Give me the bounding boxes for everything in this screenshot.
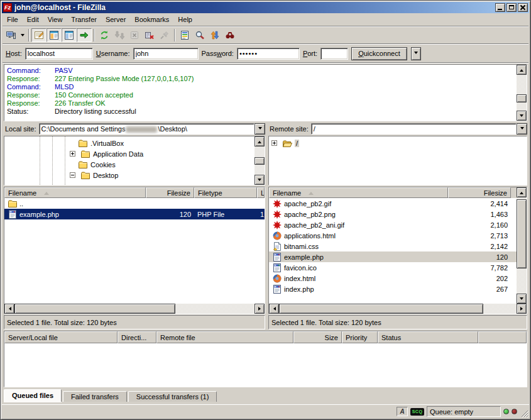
php-file-icon [272, 284, 282, 294]
column-header-filetype[interactable]: Filetype [194, 187, 257, 198]
local-path-dropdown-button[interactable] [255, 123, 265, 135]
menu-edit[interactable]: Edit [23, 14, 43, 25]
column-header-filesize[interactable]: Filesize [146, 187, 194, 198]
quickconnect-button[interactable]: Quickconnect [351, 47, 407, 60]
scroll-right-button[interactable] [517, 304, 527, 314]
filename: apache_pb2.gif [284, 200, 331, 207]
maximize-button[interactable] [506, 3, 517, 12]
scroll-up-button[interactable] [517, 187, 527, 197]
local-path-combo[interactable]: C:\Documents and Settings\Desktop\ [39, 123, 265, 135]
scroll-thumb[interactable] [517, 94, 527, 102]
menu-transfer[interactable]: Transfer [67, 14, 101, 25]
resize-grip[interactable] [520, 409, 528, 417]
quickconnect-dropdown-button[interactable] [411, 47, 421, 60]
file-row-example-php[interactable]: example.php120 [269, 251, 517, 262]
file-row-example-php[interactable]: example.php120PHP File1 [4, 209, 265, 219]
site-manager-dropdown-button[interactable] [18, 28, 26, 42]
scroll-thumb[interactable] [517, 199, 527, 268]
scroll-down-button[interactable] [517, 294, 527, 304]
minimize-button[interactable] [495, 3, 505, 12]
site-manager-button[interactable] [3, 28, 18, 42]
data-type-indicator-icon[interactable]: A [397, 407, 408, 416]
column-header-label: Filesize [484, 189, 507, 197]
tree-item-cookies[interactable]: Cookies [4, 159, 255, 170]
menu-help[interactable]: Help [173, 14, 197, 25]
column-header-l[interactable]: L [257, 187, 265, 198]
scroll-track[interactable] [517, 197, 527, 294]
menu-view[interactable]: View [43, 14, 67, 25]
file-row-apache-pb2-ani-gif[interactable]: apache_pb2_ani.gif2,160 [269, 219, 517, 230]
column-header-filename[interactable]: Filename [4, 187, 146, 198]
tab-failed-transfers[interactable]: Failed transfers [63, 391, 127, 402]
scroll-left-button[interactable] [269, 304, 279, 314]
disconnect-button[interactable] [142, 28, 157, 42]
local-tree-scrollbar[interactable] [255, 136, 265, 185]
tab-successful-transfers-1-[interactable]: Successful transfers (1) [128, 391, 217, 402]
toggle-message-log-button[interactable] [31, 28, 47, 42]
port-input[interactable] [320, 48, 348, 60]
collapse-minus-icon[interactable] [70, 172, 75, 178]
tab-queued-files[interactable]: Queued files [4, 389, 62, 402]
file-row-apache-pb2-gif[interactable]: apache_pb2.gif2,414 [269, 198, 517, 209]
scroll-thumb[interactable] [255, 157, 265, 165]
queue-column-priority[interactable]: Priority [342, 331, 378, 343]
file-row-apache-pb2-png[interactable]: apache_pb2.png1,463 [269, 209, 517, 219]
file-row-index-php[interactable]: index.php267 [269, 284, 517, 294]
speed-limits-icon[interactable]: SCQ [410, 408, 424, 416]
find-files-button[interactable] [222, 28, 238, 42]
toggle-local-tree-button[interactable] [47, 28, 62, 42]
queue-column-status[interactable]: Status [378, 331, 478, 343]
file-row-index-html[interactable]: index.html202 [269, 273, 517, 284]
remote-list-scrollbar[interactable] [517, 187, 527, 304]
expand-plus-icon[interactable] [70, 151, 75, 157]
scroll-right-button[interactable] [255, 304, 265, 314]
scroll-left-button[interactable] [4, 304, 14, 314]
recv-activity-led-icon [503, 409, 509, 414]
remote-path-dropdown-button[interactable] [517, 123, 527, 135]
scroll-track[interactable] [255, 146, 265, 175]
column-header-filename[interactable]: Filename [269, 187, 448, 198]
password-input[interactable] [237, 48, 300, 60]
tree-item--virtualbox[interactable]: .VirtualBox [4, 138, 255, 148]
scroll-down-button[interactable] [255, 175, 265, 185]
scroll-down-button[interactable] [517, 111, 527, 121]
remote-path-combo[interactable]: / [311, 123, 527, 135]
scroll-up-button[interactable] [517, 65, 527, 75]
filter-button[interactable] [177, 28, 192, 42]
scroll-track[interactable] [14, 304, 255, 314]
queue-column-size[interactable]: Size [293, 331, 342, 343]
tree-item--[interactable]: / [269, 138, 527, 148]
menu-file[interactable]: File [3, 14, 23, 25]
close-button[interactable] [518, 3, 528, 12]
tree-item-application-data[interactable]: Application Data [4, 148, 255, 159]
queue-column-remote-file[interactable]: Remote file [156, 331, 293, 343]
local-horizontal-scrollbar[interactable] [4, 304, 265, 314]
toggle-remote-tree-button[interactable] [62, 28, 77, 42]
file-row-bitnami-css[interactable]: bitnami.css2,142 [269, 241, 517, 251]
remote-horizontal-scrollbar[interactable] [269, 304, 527, 314]
scroll-track[interactable] [517, 75, 527, 111]
expand-plus-icon[interactable] [271, 140, 277, 146]
scroll-thumb[interactable] [14, 304, 175, 314]
host-input[interactable] [25, 48, 93, 60]
toggle-queue-button[interactable] [77, 28, 92, 42]
compare-directories-button[interactable] [192, 28, 207, 42]
menu-server[interactable]: Server [101, 14, 130, 25]
message-log-scrollbar[interactable] [517, 65, 527, 121]
local-file-list: FilenameFilesizeFiletypeL ..example.php1… [4, 187, 265, 314]
refresh-button[interactable] [97, 28, 112, 42]
synchronized-browsing-button[interactable] [207, 28, 222, 42]
separator [3, 62, 528, 64]
username-input[interactable] [133, 48, 199, 60]
column-header-filesize[interactable]: Filesize [448, 187, 511, 198]
menu-bookmarks[interactable]: Bookmarks [130, 14, 173, 25]
tree-item-desktop[interactable]: Desktop [4, 170, 255, 180]
file-row-favicon-ico[interactable]: favicon.ico7,782 [269, 262, 517, 273]
file-row--[interactable]: .. [4, 198, 265, 209]
queue-column-server-local-file[interactable]: Server/Local file [4, 331, 118, 343]
scroll-thumb[interactable] [279, 304, 483, 314]
scroll-track[interactable] [279, 304, 517, 314]
scroll-up-button[interactable] [255, 136, 265, 146]
file-row-applications-html[interactable]: applications.html2,713 [269, 230, 517, 241]
queue-column-directi-[interactable]: Directi... [118, 331, 156, 343]
